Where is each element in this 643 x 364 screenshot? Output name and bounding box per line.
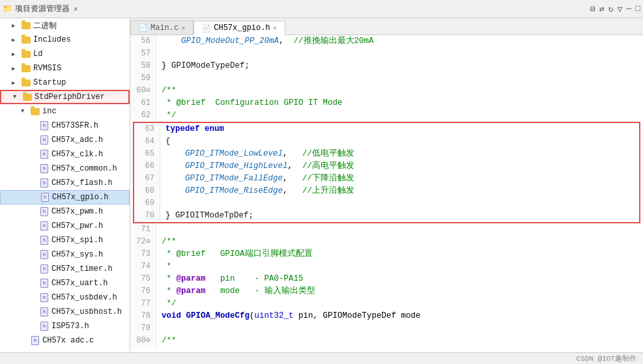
line-content-73[interactable]: * @brief GPIOA端口引脚模式配置: [156, 248, 313, 260]
tree-label-ch57x_flash: CH57x_flash.h: [51, 178, 113, 188]
line-content-74[interactable]: *: [156, 260, 171, 273]
tree-item-ch57x_usbdev[interactable]: hCH57x_usbdev.h: [0, 290, 130, 305]
tab-ch57x_gpio_h[interactable]: 📄CH57x_gpio.h✕: [193, 21, 285, 35]
tree-label-ld: Ld: [33, 49, 42, 59]
line-content-58[interactable]: } GPIOModeTypeDef;: [156, 60, 250, 72]
file-icon-ch57x_common: h: [39, 164, 50, 173]
tree-label-ch57x_clk: CH57x_clk.h: [51, 150, 103, 159]
tree-item-inc[interactable]: ▼inc: [0, 104, 130, 119]
tree-arrow-binary: ▶: [12, 22, 21, 29]
tree-item-ch57x_sys[interactable]: hCH57x_sys.h: [0, 247, 130, 262]
file-tree-scroll[interactable]: ▶二进制▶Includes▶Ld▶RVMSIS▶Startup▼StdPerip…: [0, 18, 130, 352]
file-icon-ch57x_sys: h: [39, 250, 50, 259]
tab-file-icon-ch57x_gpio_h: 📄: [202, 24, 211, 33]
link-editor-icon[interactable]: ⇄: [599, 4, 605, 14]
tree-item-ch57x_usbhost[interactable]: hCH57x_usbhost.h: [0, 305, 130, 319]
maximize-icon[interactable]: □: [635, 4, 640, 14]
line-content-71[interactable]: [156, 223, 167, 236]
tab-close-main_c[interactable]: ✕: [181, 24, 185, 32]
tree-label-ch57x_common: CH57x_common.h: [51, 164, 117, 173]
tree-item-ch57x_timer[interactable]: hCH57x_timer.h: [0, 262, 130, 276]
tree-item-ch57x_pwr[interactable]: hCH57x_pwr.h: [0, 219, 130, 233]
tree-item-includes[interactable]: ▶Includes: [0, 33, 130, 47]
line-number-56: 56: [130, 35, 156, 48]
line-content-59[interactable]: [156, 72, 167, 85]
line-content-68[interactable]: GPIO_ITMode_RiseEdge, //上升沿触发: [160, 185, 354, 197]
tree-item-stdperiphdriver[interactable]: ▼StdPeriphDriver: [0, 90, 130, 104]
line-content-80[interactable]: /**: [156, 335, 177, 347]
minimize-icon[interactable]: —: [626, 4, 631, 14]
line-number-73: 73: [130, 248, 156, 260]
tree-item-ch57x_flash[interactable]: hCH57x_flash.h: [0, 176, 130, 190]
tree-label-binary: 二进制: [33, 20, 57, 31]
file-icon-ch57x_pwr: h: [39, 221, 50, 231]
code-editor[interactable]: 56 GPIO_ModeOut_PP_20mA, //推挽输出最大20mA57 …: [130, 35, 643, 352]
tab-close-ch57x_gpio_h[interactable]: ✕: [273, 24, 277, 32]
line-number-59: 59: [130, 72, 156, 85]
tree-arrow-startup: ▶: [12, 79, 21, 87]
line-content-76[interactable]: * @param mode - 输入输出类型: [156, 285, 315, 298]
top-bar-close-icon[interactable]: ✕: [74, 5, 78, 13]
line-content-66[interactable]: GPIO_ITMode_HighLevel, //高电平触发: [160, 160, 354, 173]
line-content-75[interactable]: * @param pin - PA0-PA15: [156, 273, 304, 285]
tree-item-ch573sfr[interactable]: hCH573SFR.h: [0, 119, 130, 133]
line-number-65: 65: [134, 148, 160, 160]
top-bar-title: 项目资源管理器: [15, 3, 70, 14]
code-line-62: 62 */: [130, 109, 643, 122]
code-line-78: 78void GPIOA_ModeCfg(uint32_t pin, GPIOM…: [130, 310, 643, 322]
highlight-block: 63typedef enum64{65 GPIO_ITMode_LowLevel…: [133, 122, 640, 223]
line-content-67[interactable]: GPIO_ITMode_FallEdge, //下降沿触发: [160, 173, 354, 185]
tree-item-ch57x_pwm[interactable]: hCH57x_pwm.h: [0, 204, 130, 219]
line-content-56[interactable]: GPIO_ModeOut_PP_20mA, //推挽输出最大20mA: [156, 35, 374, 48]
tab-label-main_c: Main.c: [150, 23, 179, 33]
tree-item-ch57x_adc_c[interactable]: hCH57x adc.c: [0, 333, 130, 348]
tree-item-ld[interactable]: ▶Ld: [0, 47, 130, 61]
bottom-bar: CSDN @IOT趣制作: [0, 352, 643, 364]
tree-item-isp573[interactable]: hISP573.h: [0, 319, 130, 333]
sync-icon[interactable]: ↻: [608, 4, 614, 14]
line-content-69[interactable]: [160, 197, 171, 210]
code-line-66: 66 GPIO_ITMode_HighLevel, //高电平触发: [134, 160, 639, 173]
line-content-57[interactable]: [156, 48, 167, 60]
file-icon-ch573sfr: h: [39, 121, 50, 130]
line-content-61[interactable]: * @brief Configuration GPIO IT Mode: [156, 97, 343, 109]
line-content-79[interactable]: [156, 322, 167, 335]
tree-item-startup[interactable]: ▶Startup: [0, 76, 130, 90]
tree-item-ch57x_uart[interactable]: hCH57x_uart.h: [0, 276, 130, 290]
code-line-72: 72⊖/**: [130, 236, 643, 248]
line-content-70[interactable]: } GPIOITModeTpDef;: [160, 210, 253, 222]
folder-icon-stdperiphdriver: [22, 94, 33, 101]
tree-item-ch57x_common[interactable]: hCH57x_common.h: [0, 161, 130, 176]
line-content-72[interactable]: /**: [156, 236, 177, 248]
code-line-68: 68 GPIO_ITMode_RiseEdge, //上升沿触发: [134, 185, 639, 197]
tree-item-ch57x_gpio[interactable]: hCH57x_gpio.h: [0, 190, 130, 204]
collapse-all-icon[interactable]: ⊟: [590, 4, 595, 14]
filter-icon[interactable]: ▽: [618, 4, 623, 14]
tree-arrow-includes: ▶: [12, 36, 21, 44]
tree-item-ch57x_clk[interactable]: hCH57x_clk.h: [0, 147, 130, 161]
tree-item-ch57x_adc[interactable]: hCH57x_adc.h: [0, 133, 130, 147]
tree-item-binary[interactable]: ▶二进制: [0, 18, 130, 33]
line-content-62[interactable]: */: [156, 109, 177, 122]
line-number-66: 66: [134, 160, 160, 173]
line-content-78[interactable]: void GPIOA_ModeCfg(uint32_t pin, GPIOMod…: [156, 310, 421, 322]
tree-label-ch57x_gpio: CH57x_gpio.h: [52, 193, 108, 202]
line-content-60[interactable]: /**: [156, 85, 177, 97]
editor-area: 📄Main.c✕📄CH57x_gpio.h✕ 56 GPIO_ModeOut_P…: [130, 18, 643, 352]
tab-main_c[interactable]: 📄Main.c✕: [130, 20, 193, 35]
line-number-69: 69: [134, 197, 160, 210]
line-number-80: 80⊖: [130, 335, 156, 347]
line-number-77: 77: [130, 298, 156, 310]
line-number-79: 79: [130, 322, 156, 335]
line-number-64: 64: [134, 135, 160, 148]
line-content-63[interactable]: typedef enum: [160, 123, 224, 135]
line-content-65[interactable]: GPIO_ITMode_LowLevel, //低电平触发: [160, 148, 354, 160]
tree-label-rvmsis: RVMSIS: [33, 64, 61, 73]
line-content-77[interactable]: */: [156, 298, 177, 310]
code-line-60: 60⊖/**: [130, 85, 643, 97]
line-content-64[interactable]: {: [160, 135, 171, 148]
tree-item-rvmsis[interactable]: ▶RVMSIS: [0, 61, 130, 76]
tree-item-ch57x_spi[interactable]: hCH57x_spi.h: [0, 233, 130, 247]
line-number-72: 72⊖: [130, 236, 156, 248]
line-number-60: 60⊖: [130, 85, 156, 97]
